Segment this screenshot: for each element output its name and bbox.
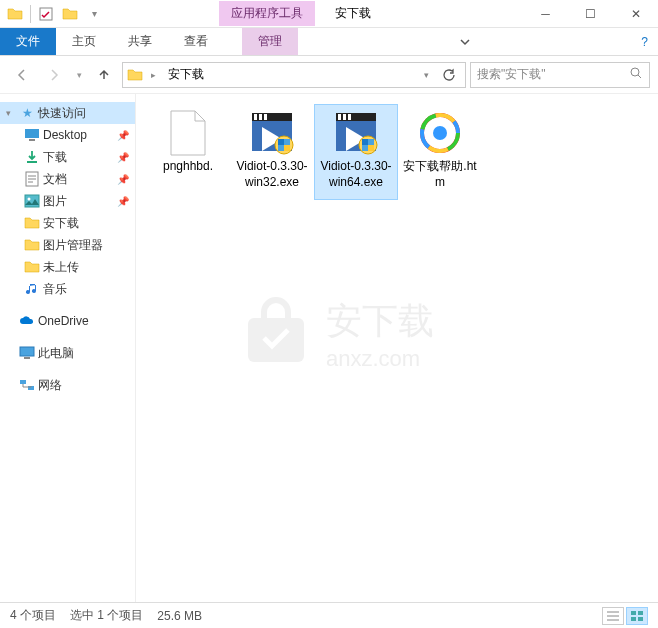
quick-access[interactable]: ▾ ★ 快速访问 — [0, 102, 135, 124]
file-item[interactable]: 安下载帮助.htm — [398, 104, 482, 200]
tab-home[interactable]: 主页 — [56, 28, 112, 55]
svg-rect-38 — [638, 611, 643, 615]
maximize-button[interactable]: ☐ — [568, 0, 613, 28]
sidebar-item[interactable]: 下载📌 — [0, 146, 135, 168]
ribbon-expand-button[interactable] — [449, 28, 481, 55]
new-folder-button[interactable] — [59, 3, 81, 25]
contextual-tab-label: 应用程序工具 — [219, 1, 315, 26]
onedrive[interactable]: OneDrive — [0, 310, 135, 332]
pin-icon: 📌 — [117, 130, 129, 141]
sidebar-item[interactable]: 音乐 — [0, 278, 135, 300]
properties-button[interactable] — [35, 3, 57, 25]
folder-icon — [127, 67, 143, 83]
network[interactable]: 网络 — [0, 374, 135, 396]
pc-icon — [19, 345, 35, 361]
back-button[interactable] — [8, 61, 36, 89]
icons-view-button[interactable] — [626, 607, 648, 625]
file-item[interactable]: Vidiot-0.3.30-win64.exe — [314, 104, 398, 200]
sidebar-item-label: Desktop — [43, 128, 87, 142]
this-pc[interactable]: 此电脑 — [0, 342, 135, 364]
svg-rect-40 — [638, 617, 643, 621]
sidebar-item-label: 图片 — [43, 193, 67, 210]
onedrive-label: OneDrive — [38, 314, 89, 328]
desktop-icon — [24, 127, 40, 143]
quick-access-label: 快速访问 — [38, 105, 86, 122]
file-item[interactable]: Vidiot-0.3.30-win32.exe — [230, 104, 314, 200]
pin-icon: 📌 — [117, 152, 129, 163]
sidebar-item[interactable]: Desktop📌 — [0, 124, 135, 146]
details-view-button[interactable] — [602, 607, 624, 625]
svg-rect-29 — [368, 139, 374, 145]
help-button[interactable]: ? — [631, 28, 658, 55]
sidebar-item[interactable]: 安下载 — [0, 212, 135, 234]
tab-share[interactable]: 共享 — [112, 28, 168, 55]
sidebar-item-label: 文档 — [43, 171, 67, 188]
svg-rect-16 — [264, 114, 267, 120]
up-button[interactable] — [90, 61, 118, 89]
breadcrumb-current[interactable]: 安下载 — [164, 66, 208, 83]
file-icon — [416, 109, 464, 157]
svg-rect-7 — [20, 347, 34, 356]
download-icon — [24, 149, 40, 165]
folder-icon — [24, 215, 40, 231]
tab-file[interactable]: 文件 — [0, 28, 56, 55]
tab-manage[interactable]: 管理 — [242, 28, 298, 55]
window-title: 安下载 — [335, 5, 523, 22]
pin-icon: 📌 — [117, 174, 129, 185]
breadcrumb-separator[interactable]: ▸ — [147, 70, 160, 80]
star-icon: ★ — [19, 105, 35, 121]
selection-size: 25.6 MB — [157, 609, 202, 623]
search-placeholder: 搜索"安下载" — [477, 66, 629, 83]
sidebar-item-label: 下载 — [43, 149, 67, 166]
file-icon — [332, 109, 380, 157]
cloud-icon — [19, 313, 35, 329]
network-label: 网络 — [38, 377, 62, 394]
quick-access-toolbar: ▾ — [0, 3, 109, 25]
qat-customize-button[interactable]: ▾ — [83, 3, 105, 25]
address-bar: ▾ ▸ 安下载 ▾ 搜索"安下载" — [0, 56, 658, 94]
svg-rect-24 — [338, 114, 341, 120]
doc-icon — [24, 171, 40, 187]
forward-button[interactable] — [40, 61, 68, 89]
network-icon — [19, 377, 35, 393]
close-button[interactable]: ✕ — [613, 0, 658, 28]
tab-view[interactable]: 查看 — [168, 28, 224, 55]
svg-rect-9 — [20, 380, 26, 384]
folder-icon — [24, 237, 40, 253]
sidebar-item[interactable]: 图片📌 — [0, 190, 135, 212]
svg-point-1 — [631, 68, 639, 76]
svg-rect-18 — [278, 139, 284, 145]
file-item[interactable]: pnghhbd. — [146, 104, 230, 200]
ribbon-tabs: 文件 主页 共享 查看 管理 ? — [0, 28, 658, 56]
address-path[interactable]: ▸ 安下载 ▾ — [122, 62, 466, 88]
minimize-button[interactable]: ─ — [523, 0, 568, 28]
navigation-pane: ▾ ★ 快速访问 Desktop📌下载📌文档📌图片📌安下载图片管理器未上传音乐 … — [0, 94, 136, 602]
sidebar-item[interactable]: 图片管理器 — [0, 234, 135, 256]
search-input[interactable]: 搜索"安下载" — [470, 62, 650, 88]
sidebar-item[interactable]: 未上传 — [0, 256, 135, 278]
sidebar-item-label: 安下载 — [43, 215, 79, 232]
svg-point-6 — [28, 198, 31, 201]
svg-rect-21 — [284, 145, 290, 151]
svg-rect-37 — [631, 611, 636, 615]
file-icon — [248, 109, 296, 157]
file-list[interactable]: 安下载 anxz.com pnghhbd.Vidiot-0.3.30-win32… — [136, 94, 658, 602]
search-icon — [629, 66, 643, 83]
file-icon — [164, 109, 212, 157]
svg-point-36 — [433, 126, 447, 140]
recent-button[interactable]: ▾ — [72, 61, 86, 89]
folder-icon[interactable] — [4, 3, 26, 25]
svg-rect-13 — [252, 113, 292, 121]
svg-rect-26 — [348, 114, 351, 120]
chevron-down-icon[interactable]: ▾ — [6, 108, 16, 118]
svg-rect-20 — [278, 145, 284, 151]
pin-icon: 📌 — [117, 196, 129, 207]
sidebar-item[interactable]: 文档📌 — [0, 168, 135, 190]
address-dropdown-button[interactable]: ▾ — [420, 70, 433, 80]
svg-rect-31 — [368, 145, 374, 151]
refresh-button[interactable] — [437, 68, 461, 82]
svg-rect-28 — [362, 139, 368, 145]
sidebar-item-label: 未上传 — [43, 259, 79, 276]
svg-rect-14 — [254, 114, 257, 120]
sidebar-item-label: 音乐 — [43, 281, 67, 298]
